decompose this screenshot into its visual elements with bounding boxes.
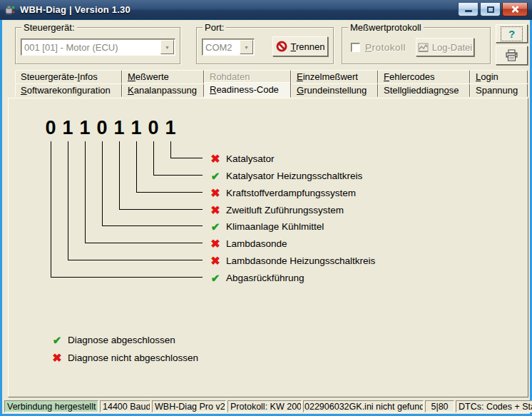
group-port: Port: COM2 ▼ Trennen bbox=[196, 27, 334, 64]
status-ini-message: 022906032GK.ini nicht gefunden bbox=[303, 400, 424, 412]
legend-not-done-label: Diagnose nicht abgeschlossen bbox=[68, 352, 198, 363]
printer-icon bbox=[505, 49, 518, 61]
maximize-icon bbox=[487, 6, 494, 13]
help-button-focus: ? bbox=[501, 26, 523, 41]
readiness-line bbox=[170, 141, 203, 158]
cross-icon: ✖ bbox=[210, 255, 221, 266]
readiness-digit: 1 bbox=[164, 117, 177, 139]
maximize-button[interactable] bbox=[480, 3, 501, 16]
tab-readiness-code[interactable]: Readiness-Code bbox=[204, 82, 291, 98]
readiness-label: Abgasrückführung bbox=[226, 273, 305, 283]
readiness-row: ✖Lambdasonde Heizungsschaltkreis bbox=[210, 253, 375, 268]
window-title: WBH-Diag | Version 1.30 bbox=[20, 4, 131, 15]
cross-icon: ✖ bbox=[210, 153, 221, 164]
readiness-digit: 1 bbox=[130, 117, 143, 139]
minimize-icon bbox=[465, 10, 472, 12]
protokoll-checkbox-label: Protokoll bbox=[365, 42, 406, 53]
readiness-row: ✖Katalysator bbox=[210, 151, 275, 166]
status-baudrate: 14400 Baud bbox=[100, 400, 150, 412]
tab-grundeinstellung[interactable]: Grundeinstellung bbox=[291, 83, 378, 97]
cross-icon: ✖ bbox=[210, 188, 221, 198]
readiness-digit: 1 bbox=[61, 117, 74, 139]
legend-done: ✔ Diagnose abgeschlossen bbox=[51, 333, 175, 347]
chevron-down-icon[interactable]: ▼ bbox=[240, 40, 253, 54]
status-connection: Verbindung hergestellt bbox=[4, 400, 98, 412]
tab-spannung[interactable]: Spannung bbox=[470, 83, 528, 97]
readiness-label: Lambdasonde Heizungsschaltkreis bbox=[226, 255, 375, 266]
readiness-label: Katalysator bbox=[226, 153, 275, 164]
readiness-label: Kraftstoffverdampfungssystem bbox=[226, 188, 356, 198]
tab-steuergeraete-infos[interactable]: Steuergeräte-Infos bbox=[15, 70, 122, 83]
close-icon bbox=[511, 6, 519, 13]
readiness-row: ✔Katalysator Heizungsschaltkreis bbox=[210, 168, 362, 183]
readiness-label: Zweitluft Zuführungssystem bbox=[226, 205, 344, 215]
minimize-button[interactable] bbox=[458, 3, 479, 16]
readiness-row: ✖Zweitluft Zuführungssystem bbox=[210, 203, 344, 217]
tab-softwarekonfiguration[interactable]: Softwarekonfiguration bbox=[15, 83, 122, 97]
cross-icon: ✖ bbox=[210, 238, 221, 249]
group-steuergeraet-label: Steuergerät: bbox=[21, 22, 77, 33]
group-messwertprotokoll: Meßwertprotokoll Protokoll Log-Datei bbox=[342, 27, 491, 64]
log-file-icon bbox=[418, 43, 429, 52]
readiness-label: Katalysator Heizungsschaltkreis bbox=[226, 171, 362, 181]
log-file-button-label: Log-Datei bbox=[432, 42, 472, 53]
readiness-digit: 0 bbox=[44, 117, 57, 139]
check-icon: ✔ bbox=[210, 273, 221, 283]
cross-icon: ✖ bbox=[51, 352, 63, 363]
port-select[interactable]: COM2 ▼ bbox=[202, 39, 255, 56]
ecu-select[interactable]: 001 [01] - Motor (ECU) ▼ bbox=[21, 39, 175, 56]
readiness-digit: 0 bbox=[96, 117, 108, 139]
status-dtc-mode: DTCs: Codes + Status bbox=[456, 400, 532, 412]
app-icon bbox=[4, 4, 16, 16]
group-steuergeraet: Steuergerät: 001 [01] - Motor (ECU) ▼ bbox=[15, 27, 180, 64]
readiness-row: ✖Lambdasonde bbox=[210, 236, 287, 250]
check-icon: ✔ bbox=[210, 221, 221, 232]
readiness-label: Lambdasonde bbox=[226, 238, 287, 249]
ecu-select-value: 001 [01] - Motor (ECU) bbox=[21, 42, 160, 53]
app-window: WBH-Diag | Version 1.30 Steuergerät: 001… bbox=[0, 0, 532, 416]
tab-strip: Steuergeräte-Infos Meßwerte Rohdaten Ein… bbox=[15, 70, 528, 97]
readiness-digit: 1 bbox=[78, 117, 91, 139]
disconnect-button[interactable]: Trennen bbox=[272, 36, 328, 56]
status-protocol: Protokoll: KW 2000 bbox=[227, 400, 302, 412]
titlebar[interactable]: WBH-Diag | Version 1.30 bbox=[0, 0, 532, 20]
legend-not-done: ✖ Diagnose nicht abgeschlossen bbox=[51, 350, 198, 365]
legend-done-label: Diagnose abgeschlossen bbox=[68, 335, 175, 345]
group-port-label: Port: bbox=[203, 22, 226, 33]
readiness-label: Klimaanlage Kühlmittel bbox=[226, 221, 324, 232]
readiness-digit: 1 bbox=[113, 117, 126, 139]
readiness-row: ✔Klimaanlage Kühlmittel bbox=[210, 219, 324, 233]
group-messwertprotokoll-label: Meßwertprotokoll bbox=[348, 22, 424, 33]
statusbar: Verbindung hergestellt 14400 Baud WBH-Di… bbox=[4, 399, 528, 414]
tab-einzelmesswert[interactable]: Einzelmeßwert bbox=[291, 70, 378, 83]
readiness-panel: 0✔Abgasrückführung1✖Lambdasonde Heizungs… bbox=[8, 98, 528, 397]
tab-stellglieddiagnose[interactable]: Stellglieddiagnose bbox=[378, 83, 470, 97]
cross-icon: ✖ bbox=[210, 205, 221, 215]
help-icon: ? bbox=[508, 28, 515, 40]
check-icon: ✔ bbox=[51, 335, 63, 345]
readiness-row: ✖Kraftstoffverdampfungssystem bbox=[210, 186, 356, 200]
status-app-version: WBH-Diag Pro v2.0 bbox=[152, 400, 226, 412]
port-select-value: COM2 bbox=[203, 42, 239, 53]
print-button[interactable] bbox=[496, 46, 528, 65]
disconnect-button-label: Trennen bbox=[291, 41, 325, 52]
no-entry-icon bbox=[276, 41, 287, 52]
window-controls bbox=[456, 3, 528, 16]
tab-messwerte[interactable]: Meßwerte bbox=[122, 70, 204, 83]
help-button[interactable]: ? bbox=[496, 24, 528, 43]
readiness-row: ✔Abgasrückführung bbox=[210, 270, 305, 285]
tab-login[interactable]: Login bbox=[470, 70, 528, 83]
tab-fehlercodes[interactable]: Fehlercodes bbox=[378, 70, 470, 83]
readiness-digit: 0 bbox=[147, 117, 160, 139]
tab-kanalanpassung[interactable]: Kanalanpassung bbox=[122, 83, 204, 97]
close-button[interactable] bbox=[502, 3, 528, 16]
log-file-button[interactable]: Log-Datei bbox=[416, 38, 474, 56]
status-counter: 5|80 bbox=[425, 400, 454, 412]
chevron-down-icon[interactable]: ▼ bbox=[160, 40, 174, 54]
protokoll-checkbox[interactable] bbox=[351, 43, 360, 52]
tab-row-2: Softwarekonfiguration Kanalanpassung Rea… bbox=[15, 83, 528, 97]
check-icon: ✔ bbox=[210, 171, 221, 181]
